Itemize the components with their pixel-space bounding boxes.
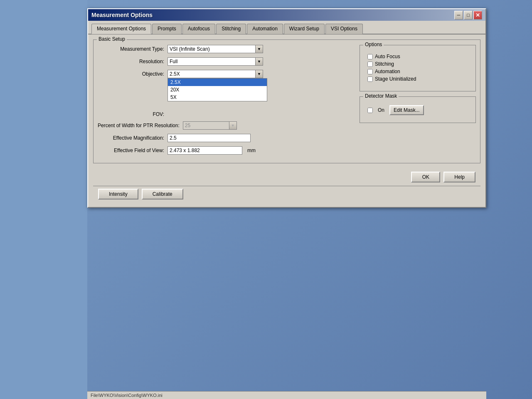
measurement-type-row: Measurement Type: ▼ xyxy=(98,45,355,53)
intensity-button[interactable]: Intensity xyxy=(98,189,138,200)
minimize-button[interactable]: ─ xyxy=(454,11,463,20)
tab-prompts[interactable]: Prompts xyxy=(152,24,182,34)
effective-fov-label: Effective Field of View: xyxy=(98,148,164,153)
tab-automation[interactable]: Automation xyxy=(247,24,283,34)
detector-mask-on-checkbox[interactable] xyxy=(367,108,373,113)
automation-label: Automation xyxy=(375,69,400,74)
detector-mask-row: On Edit Mask... xyxy=(364,102,471,118)
options-title: Options xyxy=(363,42,384,47)
resolution-input[interactable] xyxy=(168,58,255,65)
maximize-button[interactable]: □ xyxy=(464,11,473,20)
stitching-checkbox-row: Stitching xyxy=(367,61,468,67)
basic-setup-group: Basic Setup Measurement Type: ▼ Resoluti… xyxy=(93,39,480,163)
stage-uninit-checkbox[interactable] xyxy=(367,76,373,82)
objective-combo[interactable]: ▼ xyxy=(167,70,263,78)
ptr-combo: ▼ xyxy=(183,121,237,130)
stitching-checkbox[interactable] xyxy=(367,62,373,67)
detector-mask-group: Detector Mask On Edit Mask... xyxy=(360,96,476,123)
stage-uninit-label: Stage Uninitialized xyxy=(375,76,416,82)
help-button[interactable]: Help xyxy=(443,172,475,182)
measurement-options-dialog: Measurement Options ─ □ ✕ Measurement Op… xyxy=(87,8,486,208)
objective-option-20x[interactable]: 20X xyxy=(168,86,267,94)
ptr-label: Percent of Width for PTR Resolution: xyxy=(98,123,180,128)
title-bar-buttons: ─ □ ✕ xyxy=(454,11,482,20)
effective-fov-row: Effective Field of View: mm xyxy=(98,146,355,155)
status-text: File\WYKO\Vision\Config\WYKO.ini xyxy=(91,393,163,398)
tab-wizard-setup[interactable]: Wizard Setup xyxy=(284,24,325,34)
dialog-body: Basic Setup Measurement Type: ▼ Resoluti… xyxy=(88,34,485,207)
close-button[interactable]: ✕ xyxy=(473,11,482,20)
fov-row: FOV: xyxy=(98,111,355,117)
two-col-layout: Measurement Type: ▼ Resolution: ▼ xyxy=(98,45,476,159)
ptr-input xyxy=(183,122,229,129)
effective-mag-label: Effective Magnification: xyxy=(98,135,164,141)
fov-unit: mm xyxy=(247,148,256,153)
objective-option-5x[interactable]: 5X xyxy=(168,94,267,101)
options-list: Auto Focus Stitching Automation xyxy=(364,50,471,87)
measurement-type-dropdown-btn[interactable]: ▼ xyxy=(255,45,263,53)
resolution-dropdown-btn[interactable]: ▼ xyxy=(255,58,263,65)
tab-stitching[interactable]: Stitching xyxy=(216,24,246,34)
tab-autofocus[interactable]: Autofocus xyxy=(182,24,215,34)
objective-option-2-5x[interactable]: 2.5X xyxy=(168,79,267,86)
calibrate-button[interactable]: Calibrate xyxy=(142,189,183,200)
measurement-type-combo[interactable]: ▼ xyxy=(167,45,263,53)
tab-vsi-options[interactable]: VSI Options xyxy=(325,24,363,34)
effective-fov-input xyxy=(167,146,242,155)
dialog-title: Measurement Options xyxy=(91,12,153,18)
resolution-label: Resolution: xyxy=(98,59,164,64)
objective-input[interactable] xyxy=(168,70,255,78)
objective-label: Objective: xyxy=(98,71,164,77)
title-bar: Measurement Options ─ □ ✕ xyxy=(88,9,485,21)
detector-mask-title: Detector Mask xyxy=(363,93,399,99)
auto-focus-checkbox[interactable] xyxy=(367,54,373,59)
bottom-bar: Intensity Calibrate xyxy=(93,186,480,202)
auto-focus-checkbox-row: Auto Focus xyxy=(367,54,468,59)
status-bar: File\WYKO\Vision\Config\WYKO.ini xyxy=(87,391,486,399)
tab-measurement-options[interactable]: Measurement Options xyxy=(91,24,151,34)
fov-label: FOV: xyxy=(98,111,164,117)
dialog-footer: OK Help xyxy=(93,168,480,186)
objective-combo-container: ▼ 2.5X 20X 5X xyxy=(167,70,263,78)
ptr-dropdown-btn: ▼ xyxy=(229,122,236,129)
objective-dropdown-list: 2.5X 20X 5X xyxy=(167,78,267,101)
edit-mask-button[interactable]: Edit Mask... xyxy=(389,105,424,115)
left-column: Measurement Type: ▼ Resolution: ▼ xyxy=(98,45,355,159)
resolution-combo[interactable]: ▼ xyxy=(167,57,263,66)
effective-mag-input xyxy=(167,134,251,142)
options-group: Options Auto Focus Stitching xyxy=(360,45,476,91)
ok-button[interactable]: OK xyxy=(411,172,440,182)
objective-row: Objective: ▼ 2.5X xyxy=(98,70,355,78)
effective-mag-row: Effective Magnification: xyxy=(98,134,355,142)
stage-uninit-checkbox-row: Stage Uninitialized xyxy=(367,76,468,82)
detector-mask-on-label: On xyxy=(378,107,384,113)
basic-setup-title: Basic Setup xyxy=(97,36,127,42)
stitching-label: Stitching xyxy=(375,61,394,67)
ptr-row: Percent of Width for PTR Resolution: ▼ xyxy=(98,121,355,130)
objective-dropdown-btn[interactable]: ▼ xyxy=(255,70,263,78)
right-column: Options Auto Focus Stitching xyxy=(360,45,476,159)
measurement-type-input[interactable] xyxy=(168,45,255,53)
automation-checkbox[interactable] xyxy=(367,69,373,74)
automation-checkbox-row: Automation xyxy=(367,69,468,74)
resolution-row: Resolution: ▼ xyxy=(98,57,355,66)
tab-bar: Measurement Options Prompts Autofocus St… xyxy=(88,21,485,34)
measurement-type-label: Measurement Type: xyxy=(98,46,164,52)
fov-value-row: mm xyxy=(167,146,256,155)
auto-focus-label: Auto Focus xyxy=(375,54,400,59)
